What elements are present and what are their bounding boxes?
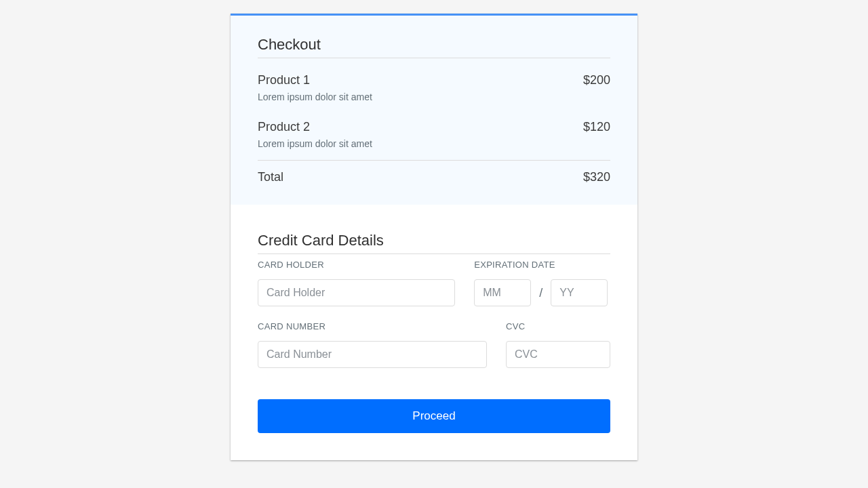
line-item-desc: Lorem ipsum dolor sit amet	[258, 92, 372, 102]
expiry-year-input[interactable]	[551, 279, 608, 306]
line-item-price: $120	[583, 120, 610, 134]
expiry-month-input[interactable]	[474, 279, 531, 306]
line-item: Product 1 Lorem ipsum dolor sit amet $20…	[258, 64, 610, 110]
expiration-label: EXPIRATION DATE	[474, 260, 610, 270]
expiry-separator: /	[539, 286, 542, 300]
line-item-name: Product 1	[258, 73, 372, 87]
line-item: Product 2 Lorem ipsum dolor sit amet $12…	[258, 110, 610, 157]
line-item-price: $200	[583, 73, 610, 87]
total-label: Total	[258, 170, 283, 184]
checkout-card: Checkout Product 1 Lorem ipsum dolor sit…	[231, 14, 637, 460]
card-number-input[interactable]	[258, 341, 487, 368]
card-details: Credit Card Details CARD HOLDER EXPIRATI…	[231, 205, 637, 460]
order-total: Total $320	[258, 161, 610, 184]
checkout-title: Checkout	[258, 36, 610, 58]
cvc-input[interactable]	[506, 341, 610, 368]
proceed-button[interactable]: Proceed	[258, 399, 610, 433]
line-item-name: Product 2	[258, 120, 372, 134]
order-summary: Checkout Product 1 Lorem ipsum dolor sit…	[231, 16, 637, 205]
card-details-title: Credit Card Details	[258, 232, 610, 254]
card-number-label: CARD NUMBER	[258, 321, 487, 331]
total-value: $320	[583, 170, 610, 184]
line-item-desc: Lorem ipsum dolor sit amet	[258, 138, 372, 149]
cvc-label: CVC	[506, 321, 610, 331]
card-holder-input[interactable]	[258, 279, 455, 306]
card-holder-label: CARD HOLDER	[258, 260, 455, 270]
